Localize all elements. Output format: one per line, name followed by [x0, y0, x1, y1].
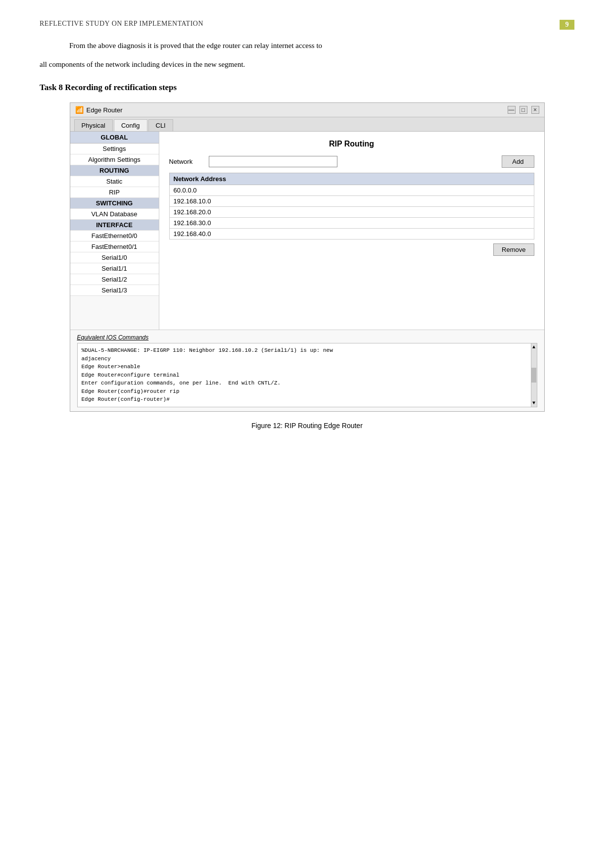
sidebar-item-serial1-0[interactable]: Serial1/0: [70, 252, 159, 263]
section-heading: Task 8 Recording of rectification steps: [40, 83, 574, 93]
sidebar-item-static[interactable]: Static: [70, 176, 159, 187]
body-paragraph-2: all components of the network including …: [40, 58, 574, 71]
table-header-network-address: Network Address: [169, 173, 534, 185]
ios-terminal[interactable]: %DUAL-5-NBRCHANGE: IP-EIGRP 110: Neighbo…: [77, 343, 537, 407]
document-title: REFLECTIVE STUDY ON ERP IMPLEMENTATION: [40, 20, 203, 28]
terminal-line: Edge Router>enable: [82, 363, 533, 371]
remove-button[interactable]: Remove: [493, 243, 534, 256]
sidebar-item-algorithm-settings[interactable]: Algorithm Settings: [70, 154, 159, 165]
sidebar-item-fastethernet0-0[interactable]: FastEthernet0/0: [70, 231, 159, 241]
rip-routing-title: RIP Routing: [169, 140, 534, 148]
tab-config[interactable]: Config: [114, 119, 147, 131]
sidebar-item-settings[interactable]: Settings: [70, 144, 159, 154]
scroll-up-arrow[interactable]: ▲: [532, 343, 535, 351]
table-row[interactable]: 60.0.0.0: [169, 185, 534, 196]
terminal-line: adjacency: [82, 355, 533, 363]
add-button[interactable]: Add: [502, 155, 534, 168]
sidebar-section-routing: ROUTING: [70, 165, 159, 176]
sidebar-item-fastethernet0-1[interactable]: FastEthernet0/1: [70, 241, 159, 252]
body-paragraph-1: From the above diagnosis it is proved th…: [40, 40, 574, 52]
maximize-button[interactable]: □: [520, 106, 527, 114]
minimize-button[interactable]: —: [508, 106, 516, 114]
page-number: 9: [560, 20, 574, 30]
window-body: GLOBAL Settings Algorithm Settings ROUTI…: [70, 132, 544, 330]
table-row[interactable]: 192.168.40.0: [169, 229, 534, 240]
terminal-line: Enter configuration commands, one per li…: [82, 379, 533, 387]
figure-caption: Figure 12: RIP Routing Edge Router: [40, 422, 574, 430]
sidebar-item-vlan-database[interactable]: VLAN Database: [70, 209, 159, 220]
sidebar-item-serial1-2[interactable]: Serial1/2: [70, 274, 159, 285]
sidebar-item-rip[interactable]: RIP: [70, 187, 159, 198]
window-titlebar: 📶 Edge Router — □ ×: [70, 103, 544, 117]
sidebar-item-serial1-1[interactable]: Serial1/1: [70, 263, 159, 274]
window-title-text: Edge Router: [87, 106, 123, 114]
remove-button-container: Remove: [169, 240, 534, 256]
window-controls: — □ ×: [508, 106, 539, 114]
network-input-row: Network Add: [169, 155, 534, 168]
edge-router-window: 📶 Edge Router — □ × Physical Config CLI …: [70, 102, 545, 412]
terminal-line: Edge Router(config)#router rip: [82, 387, 533, 396]
tab-physical[interactable]: Physical: [74, 119, 113, 131]
terminal-line: Edge Router#configure terminal: [82, 371, 533, 380]
sidebar-section-switching: SWITCHING: [70, 198, 159, 209]
tab-cli[interactable]: CLI: [148, 119, 173, 131]
network-input[interactable]: [209, 156, 337, 167]
ios-section: Equivalent IOS Commands %DUAL-5-NBRCHANG…: [70, 330, 544, 411]
terminal-scrollbar[interactable]: ▲ ▼: [531, 343, 537, 407]
table-row[interactable]: 192.168.30.0: [169, 218, 534, 229]
sidebar-section-interface: INTERFACE: [70, 220, 159, 231]
sidebar: GLOBAL Settings Algorithm Settings ROUTI…: [70, 132, 159, 330]
scroll-down-arrow[interactable]: ▼: [532, 399, 535, 407]
table-row[interactable]: 192.168.10.0: [169, 196, 534, 207]
network-address-table: Network Address 60.0.0.0192.168.10.0192.…: [169, 173, 534, 240]
terminal-content: %DUAL-5-NBRCHANGE: IP-EIGRP 110: Neighbo…: [82, 346, 533, 404]
table-row[interactable]: 192.168.20.0: [169, 207, 534, 218]
sidebar-section-global: GLOBAL: [70, 132, 159, 144]
network-label: Network: [169, 158, 204, 165]
close-button[interactable]: ×: [531, 106, 539, 114]
sidebar-item-serial1-3[interactable]: Serial1/3: [70, 285, 159, 296]
scrollbar-thumb[interactable]: [531, 368, 536, 383]
router-icon: 📶: [75, 106, 84, 114]
terminal-line: %DUAL-5-NBRCHANGE: IP-EIGRP 110: Neighbo…: [82, 346, 533, 355]
terminal-line: Edge Router(config-router)#: [82, 395, 533, 404]
window-tabs: Physical Config CLI: [70, 117, 544, 132]
main-content-area: RIP Routing Network Add Network Address …: [159, 132, 544, 330]
window-title-area: 📶 Edge Router: [75, 106, 123, 114]
ios-label: Equivalent IOS Commands: [77, 334, 537, 341]
page-header: REFLECTIVE STUDY ON ERP IMPLEMENTATION 9: [40, 20, 574, 30]
